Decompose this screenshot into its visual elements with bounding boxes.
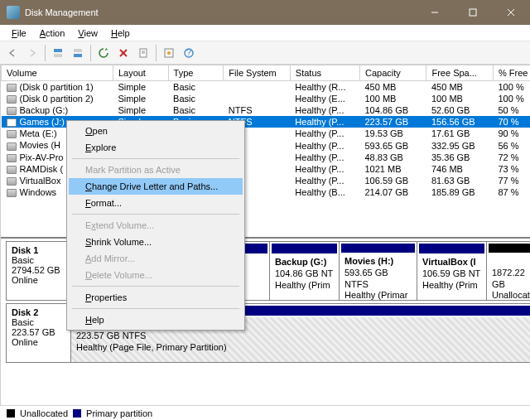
drive-icon bbox=[7, 154, 17, 162]
col-header[interactable]: Free Spa... bbox=[426, 65, 494, 81]
delete-icon[interactable] bbox=[114, 44, 132, 62]
menubar: File Action View Help bbox=[0, 25, 530, 41]
svg-rect-5 bbox=[54, 54, 62, 57]
close-button[interactable] bbox=[492, 0, 530, 25]
svg-point-14 bbox=[167, 51, 171, 55]
context-menu: Open Explore Mark Partition as Active Ch… bbox=[66, 120, 245, 331]
partition-unallocated[interactable]: 1872.22 GBUnallocated bbox=[487, 242, 530, 300]
cm-format[interactable]: Format... bbox=[69, 195, 243, 211]
col-header[interactable]: Type bbox=[168, 65, 224, 81]
cm-mark-active: Mark Partition as Active bbox=[69, 162, 243, 178]
svg-rect-7 bbox=[74, 54, 82, 57]
legend-primary-label: Primary partition bbox=[86, 408, 152, 418]
cm-extend-volume: Extend Volume... bbox=[69, 217, 243, 234]
table-row[interactable]: (Disk 0 partition 2)SimpleBasicHealthy (… bbox=[2, 93, 531, 104]
svg-text:?: ? bbox=[186, 47, 191, 57]
cm-delete-volume: Delete Volume... bbox=[69, 267, 243, 283]
view-bottom-icon[interactable] bbox=[69, 44, 87, 62]
col-header[interactable]: % Free bbox=[494, 65, 531, 81]
col-header[interactable]: Volume bbox=[2, 65, 113, 81]
drive-icon bbox=[7, 130, 17, 138]
partition-movies[interactable]: Movies (H:)593.65 GB NTFSHealthy (Primar bbox=[340, 242, 417, 300]
drive-icon bbox=[7, 177, 17, 186]
maximize-button[interactable] bbox=[454, 0, 492, 25]
cm-open[interactable]: Open bbox=[69, 123, 243, 139]
cm-explore[interactable]: Explore bbox=[69, 139, 243, 156]
help-icon[interactable]: ? bbox=[180, 44, 198, 62]
partition-backup[interactable]: Backup (G:)104.86 GB NTHealthy (Prim bbox=[270, 242, 340, 300]
cm-help[interactable]: Help bbox=[69, 311, 243, 328]
col-header[interactable]: Layout bbox=[113, 65, 168, 81]
col-header[interactable]: File System bbox=[224, 65, 291, 81]
app-icon bbox=[7, 6, 20, 19]
table-row[interactable]: Backup (G:)SimpleBasicNTFSHealthy (P...1… bbox=[2, 104, 531, 116]
drive-icon bbox=[7, 84, 17, 92]
drive-icon bbox=[7, 107, 17, 115]
menu-file[interactable]: File bbox=[5, 27, 33, 40]
properties-icon[interactable] bbox=[134, 44, 152, 62]
legend-unallocated-label: Unallocated bbox=[20, 408, 68, 418]
svg-rect-6 bbox=[74, 49, 82, 52]
legend-unallocated-swatch bbox=[7, 409, 15, 418]
svg-rect-1 bbox=[470, 9, 476, 16]
view-top-icon[interactable] bbox=[49, 44, 67, 62]
toolbar: ? bbox=[0, 41, 530, 65]
settings-icon[interactable] bbox=[160, 44, 178, 62]
partition-virtualbox[interactable]: VirtualBox (I106.59 GB NTHealthy (Prim bbox=[417, 242, 487, 300]
menu-help[interactable]: Help bbox=[104, 27, 137, 40]
drive-icon bbox=[7, 189, 17, 197]
drive-icon bbox=[7, 166, 17, 174]
back-icon[interactable] bbox=[3, 44, 22, 62]
col-header[interactable]: Status bbox=[290, 65, 359, 81]
forward-icon[interactable] bbox=[23, 44, 41, 62]
minimize-button[interactable] bbox=[416, 0, 454, 25]
titlebar: Disk Management bbox=[0, 0, 530, 25]
cm-add-mirror: Add Mirror... bbox=[69, 250, 243, 267]
col-header[interactable]: Capacity bbox=[359, 65, 426, 81]
drive-icon bbox=[7, 142, 17, 151]
refresh-icon[interactable] bbox=[94, 44, 113, 62]
svg-rect-4 bbox=[54, 49, 62, 52]
statusbar: Unallocated Primary partition bbox=[0, 405, 530, 420]
menu-view[interactable]: View bbox=[71, 27, 104, 40]
cm-change-drive-letter[interactable]: Change Drive Letter and Paths... bbox=[69, 178, 243, 195]
disk-header: Disk 1 Basic 2794.52 GB Online bbox=[7, 242, 71, 300]
legend-primary-swatch bbox=[73, 409, 81, 418]
window-title: Disk Management bbox=[25, 7, 416, 17]
drive-icon bbox=[7, 95, 17, 104]
table-row[interactable]: (Disk 0 partition 1)SimpleBasicHealthy (… bbox=[2, 81, 531, 94]
cm-properties[interactable]: Properties bbox=[69, 289, 243, 306]
drive-icon bbox=[7, 118, 17, 127]
disk-header: Disk 2 Basic 223.57 GB Online bbox=[7, 304, 71, 362]
cm-shrink-volume[interactable]: Shrink Volume... bbox=[69, 234, 243, 250]
menu-action[interactable]: Action bbox=[33, 27, 72, 40]
